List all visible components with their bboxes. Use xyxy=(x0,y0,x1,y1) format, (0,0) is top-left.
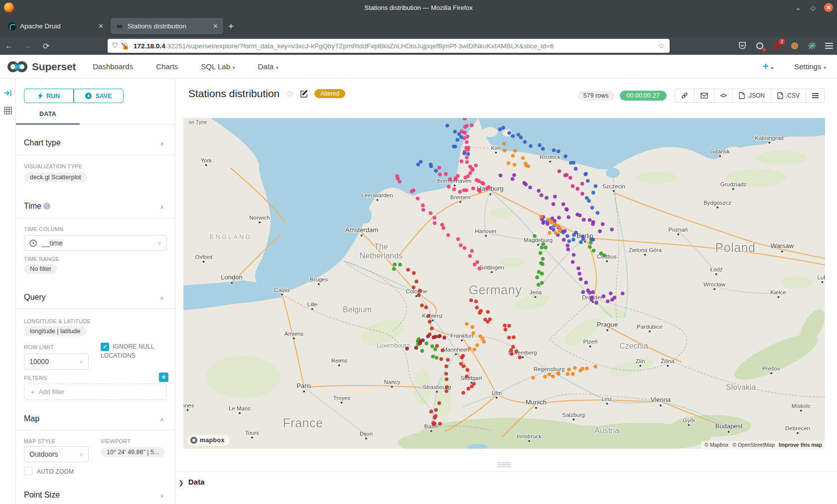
nav-charts[interactable]: Charts xyxy=(156,62,178,71)
time-column-label: TIME COLUMN xyxy=(24,226,63,232)
tab-close-icon[interactable]: ✕ xyxy=(98,22,104,30)
pinwheel-extension-icon[interactable] xyxy=(808,41,817,50)
row-limit-select[interactable]: 10000 ∨ xyxy=(24,354,89,370)
tab-stations-distribution[interactable]: ∞ Stations distribution ✕ xyxy=(111,18,223,34)
export-json-button[interactable]: .JSON xyxy=(732,89,771,102)
shield-icon[interactable]: ⛉ xyxy=(113,42,118,50)
chevron-down-icon[interactable]: ∨ xyxy=(160,493,164,499)
viz-type-label: VISUALIZATION TYPE xyxy=(24,163,82,169)
section-point-size[interactable]: Point Size xyxy=(24,491,60,500)
new-tab-button[interactable]: + xyxy=(228,21,234,32)
info-icon: i xyxy=(43,203,50,210)
close-icon[interactable]: ✕ xyxy=(824,3,833,12)
menu-icon[interactable] xyxy=(825,43,833,49)
tab-close-icon[interactable]: ✕ xyxy=(213,22,218,30)
add-filter-box[interactable]: + Add filter xyxy=(24,383,167,400)
bookmark-star-icon[interactable]: ☆ xyxy=(658,42,665,50)
nav-dashboards[interactable]: Dashboards xyxy=(93,62,133,71)
chevron-down-icon: ▾ xyxy=(276,65,279,70)
mapbox-logo[interactable]: mapbox xyxy=(187,435,230,446)
brand-name: Superset xyxy=(32,61,76,73)
superset-favicon: ∞ xyxy=(116,22,124,30)
tab-apache-druid[interactable]: Apache Druid ✕ xyxy=(3,18,109,34)
favorite-star-icon[interactable]: ☆ xyxy=(285,88,294,100)
maximize-icon[interactable]: ◇ xyxy=(809,4,817,11)
tab-data[interactable]: DATA xyxy=(16,105,80,125)
dataset-grid-icon[interactable] xyxy=(4,107,12,117)
edit-icon[interactable] xyxy=(300,90,308,98)
viewport-label: VIEWPORT xyxy=(101,438,131,444)
url-input[interactable]: ⛉ 🔒 172.18.0.4:32251/superset/explore/?f… xyxy=(108,39,670,53)
mapbox-icon xyxy=(190,437,197,444)
chevron-up-icon[interactable]: ∧ xyxy=(160,204,164,210)
viz-type-value[interactable]: deck.gl Scatterplot xyxy=(24,172,87,182)
pocket-icon[interactable] xyxy=(738,41,747,50)
ublock-icon[interactable]: 2 xyxy=(773,41,782,50)
collapse-panel-icon[interactable] xyxy=(4,90,12,99)
time-column-select[interactable]: __time ∨ xyxy=(24,235,167,251)
attrib-mapbox[interactable]: © Mapbox xyxy=(704,442,728,448)
lightning-icon xyxy=(38,93,43,99)
save-button[interactable]: + SAVE xyxy=(74,89,124,103)
file-icon xyxy=(739,92,745,99)
chevron-up-icon[interactable]: ∧ xyxy=(160,416,164,423)
extension-alert-badge xyxy=(762,48,766,51)
cookie-icon[interactable] xyxy=(790,41,799,50)
section-map[interactable]: Map xyxy=(24,414,39,423)
section-query[interactable]: Query xyxy=(24,293,46,302)
deckgl-map[interactable]: on TyneYorkNorwichOxfordLondonENGLANDCal… xyxy=(183,118,825,449)
superset-logo[interactable]: Superset xyxy=(7,60,76,73)
reload-icon[interactable]: ⟳ xyxy=(43,41,49,51)
svg-text:x: x xyxy=(779,95,780,98)
chevron-up-icon[interactable]: ∧ xyxy=(160,140,164,147)
more-options-button[interactable] xyxy=(806,89,825,102)
row-limit-label: ROW LIMIT xyxy=(24,344,54,350)
scatter-dots-layer xyxy=(183,118,825,449)
chevron-right-icon: ❯ xyxy=(178,479,184,487)
ublock-count-badge: 2 xyxy=(779,39,785,44)
embed-code-button[interactable]: <> xyxy=(714,89,732,102)
tab-bar: Apache Druid ✕ ∞ Stations distribution ✕… xyxy=(0,15,837,37)
left-rail xyxy=(0,79,16,504)
chevron-down-icon: ∨ xyxy=(79,359,83,365)
email-button[interactable] xyxy=(694,89,714,102)
nav-data[interactable]: Data▾ xyxy=(258,62,279,71)
section-chart-type[interactable]: Chart type xyxy=(24,138,61,147)
resize-handle[interactable] xyxy=(497,461,511,468)
data-panel-toggle[interactable]: ❯ Data xyxy=(175,471,837,504)
attrib-osm[interactable]: © OpenStreetMap xyxy=(732,442,775,448)
ignore-null-checkbox[interactable]: ✓ xyxy=(101,342,109,351)
attrib-improve-link[interactable]: Improve this map xyxy=(779,442,822,448)
link-icon xyxy=(681,92,688,99)
viewport-value[interactable]: 10° 24' 49.86" | 5... xyxy=(101,447,165,457)
section-time[interactable]: Time i xyxy=(24,202,50,211)
auto-zoom-checkbox[interactable] xyxy=(24,467,32,477)
export-csv-button[interactable]: x .CSV xyxy=(771,89,806,102)
chevron-up-icon[interactable]: ∧ xyxy=(160,295,164,301)
menu-icon xyxy=(812,92,819,99)
lock-insecure-icon[interactable]: 🔒 xyxy=(122,42,130,50)
chevron-down-icon: ▾ xyxy=(771,66,774,71)
altered-badge: Altered xyxy=(314,89,345,98)
chevron-down-icon: ▾ xyxy=(233,65,235,70)
minimize-icon[interactable]: ⌄ xyxy=(794,4,802,11)
chevron-down-icon: ∨ xyxy=(157,240,161,247)
copy-link-button[interactable] xyxy=(675,89,694,102)
row-count-badge: 579 rows xyxy=(577,91,615,101)
druid-favicon xyxy=(8,22,16,30)
new-chart-button[interactable]: +▾ xyxy=(763,61,773,72)
firefox-icon xyxy=(4,2,14,12)
map-style-select[interactable]: Outdoors ∨ xyxy=(24,446,89,462)
extension-ring-icon[interactable] xyxy=(755,41,764,50)
url-toolbar: ← → ⟳ ⛉ 🔒 172.18.0.4:32251/superset/expl… xyxy=(0,37,837,55)
time-range-value[interactable]: No filter xyxy=(24,264,57,274)
lonlat-label: LONGITUDE & LATITUDE xyxy=(24,318,91,324)
nav-sql-lab[interactable]: SQL Lab▾ xyxy=(201,62,235,71)
add-filter-plus-button[interactable]: + xyxy=(159,373,168,382)
forward-icon[interactable]: → xyxy=(24,41,32,50)
settings-menu[interactable]: Settings▾ xyxy=(794,62,826,71)
lonlat-value[interactable]: longitude | latitude xyxy=(24,326,86,336)
back-icon[interactable]: ← xyxy=(5,41,13,50)
run-button[interactable]: RUN xyxy=(24,89,74,103)
filters-label: FILTERS xyxy=(24,375,47,381)
